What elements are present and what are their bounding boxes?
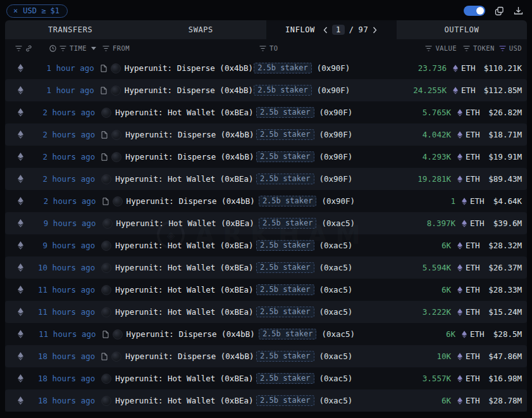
- table-row[interactable]: 1 hour ago Hyperunit: Disperse (0x4bB) 2…: [5, 57, 527, 79]
- to-entity-tag[interactable]: 2.5b staker: [256, 307, 314, 317]
- to-address[interactable]: (0x90F): [319, 152, 353, 162]
- to-entity-tag[interactable]: 2.5b staker: [256, 262, 314, 273]
- to-entity-tag[interactable]: 2.5b staker: [256, 174, 314, 184]
- table-row[interactable]: 2 hours ago Hyperunit: Hot Wallet (0xBEa…: [5, 101, 527, 124]
- tx-time[interactable]: 9 hours ago: [32, 218, 96, 228]
- table-row[interactable]: 2 hours ago Hyperunit: Disperse (0x4bB) …: [5, 124, 527, 146]
- tx-time[interactable]: 2 hours ago: [32, 196, 96, 206]
- tx-time[interactable]: 2 hours ago: [32, 152, 96, 162]
- table-row[interactable]: 11 hours ago Hyperunit: Disperse (0x4bB)…: [5, 323, 527, 345]
- from-entity[interactable]: Hyperunit: Hot Wallet (0xBEa): [115, 374, 253, 383]
- tx-time[interactable]: 10 hours ago: [32, 263, 96, 272]
- time-filter-icon[interactable]: [59, 46, 66, 51]
- prev-page-icon[interactable]: [323, 27, 328, 34]
- from-entity[interactable]: Hyperunit: Hot Wallet (0xBEa): [115, 396, 253, 405]
- col-usd[interactable]: USD: [509, 44, 522, 52]
- from-entity[interactable]: Hyperunit: Hot Wallet (0xBEa): [115, 174, 253, 184]
- tab-inflow[interactable]: INFLOW 1 / 97: [266, 20, 397, 39]
- col-from[interactable]: FROM: [113, 44, 130, 52]
- to-address[interactable]: (0x90F): [317, 63, 350, 73]
- to-address[interactable]: (0xac5): [319, 374, 353, 383]
- from-entity[interactable]: Hyperunit: Hot Wallet (0xBEa): [115, 285, 253, 294]
- from-entity[interactable]: Hyperunit: Disperse (0x4bB): [127, 329, 255, 339]
- table-row[interactable]: 18 hours ago Hyperunit: Hot Wallet (0xBE…: [5, 367, 527, 390]
- next-page-icon[interactable]: [373, 27, 377, 34]
- to-entity-tag[interactable]: 2.5b staker: [256, 129, 314, 140]
- to-address[interactable]: (0x90F): [321, 196, 355, 206]
- table-row[interactable]: 18 hours ago Hyperunit: Hot Wallet (0xBE…: [5, 390, 527, 412]
- to-entity-tag[interactable]: 2.5b staker: [259, 329, 316, 339]
- col-to[interactable]: TO: [269, 44, 278, 52]
- to-address[interactable]: (0x90F): [319, 130, 353, 139]
- table-row[interactable]: 2 hours ago Hyperunit: Disperse (0x4bB) …: [5, 190, 527, 212]
- to-entity-tag[interactable]: 2.5b staker: [256, 240, 314, 251]
- to-entity-tag[interactable]: 2.5b staker: [256, 351, 314, 362]
- to-address[interactable]: (0xac5): [319, 307, 353, 317]
- value-filter-icon[interactable]: [425, 46, 432, 51]
- tab-transfers[interactable]: TRANSFERS: [5, 20, 135, 39]
- from-filter-icon[interactable]: [102, 46, 109, 51]
- to-address[interactable]: (0x90F): [319, 174, 353, 184]
- to-entity-tag[interactable]: 2.5b staker: [259, 196, 316, 206]
- to-entity-tag[interactable]: 2.5b staker: [256, 284, 314, 295]
- to-address[interactable]: (0xac5): [319, 263, 353, 272]
- to-address[interactable]: (0xac5): [319, 241, 353, 250]
- clock-icon[interactable]: [49, 45, 56, 52]
- tx-time[interactable]: 18 hours ago: [32, 352, 96, 361]
- from-entity[interactable]: Hyperunit: Hot Wallet (0xBEa): [115, 307, 253, 317]
- to-address[interactable]: (0xac5): [321, 218, 355, 228]
- usd-filter-icon[interactable]: [499, 46, 506, 51]
- usd-toggle[interactable]: [464, 6, 485, 16]
- tab-swaps[interactable]: SWAPS: [135, 20, 266, 39]
- table-row[interactable]: 2 hours ago Hyperunit: Disperse (0x4bB) …: [5, 146, 527, 168]
- tx-time[interactable]: 2 hours ago: [32, 130, 96, 139]
- col-value[interactable]: VALUE: [435, 44, 457, 52]
- tx-time[interactable]: 9 hours ago: [32, 241, 96, 250]
- to-entity-tag[interactable]: 2.5b staker: [256, 373, 314, 384]
- from-entity[interactable]: Hyperunit: Hot Wallet (0xBEa): [116, 218, 254, 228]
- copy-icon[interactable]: [495, 6, 504, 16]
- table-row[interactable]: 18 hours ago Hyperunit: Disperse (0x4bB)…: [5, 345, 527, 367]
- to-address[interactable]: (0xac5): [319, 396, 353, 405]
- to-address[interactable]: (0x90F): [319, 108, 353, 117]
- table-row[interactable]: 10 hours ago Hyperunit: Hot Wallet (0xBE…: [5, 256, 527, 279]
- table-row[interactable]: 2 hours ago Hyperunit: Hot Wallet (0xBEa…: [5, 168, 527, 190]
- tx-time[interactable]: 18 hours ago: [32, 396, 96, 405]
- tx-time[interactable]: 11 hours ago: [32, 307, 96, 317]
- from-entity[interactable]: Hyperunit: Disperse (0x4bB): [125, 152, 254, 162]
- col-time[interactable]: TIME: [70, 44, 87, 52]
- sort-caret-icon[interactable]: [91, 47, 96, 50]
- download-icon[interactable]: [514, 6, 523, 15]
- from-entity[interactable]: Hyperunit: Disperse (0x4bB): [127, 196, 255, 206]
- to-address[interactable]: (0xac5): [319, 285, 353, 294]
- to-address[interactable]: (0x90F): [317, 86, 350, 95]
- remove-filter-icon[interactable]: ×: [13, 7, 18, 15]
- tx-time[interactable]: 11 hours ago: [32, 329, 96, 339]
- table-row[interactable]: 1 hour ago Hyperunit: Disperse (0x4bB) 2…: [5, 79, 527, 101]
- col-token[interactable]: TOKEN: [473, 44, 495, 52]
- to-entity-tag[interactable]: 2.5b staker: [254, 85, 311, 96]
- tx-time[interactable]: 18 hours ago: [32, 374, 96, 383]
- from-entity[interactable]: Hyperunit: Hot Wallet (0xBEa): [115, 241, 253, 250]
- to-address[interactable]: (0xac5): [319, 352, 353, 361]
- from-entity[interactable]: Hyperunit: Hot Wallet (0xBEa): [115, 108, 253, 117]
- to-address[interactable]: (0xac5): [321, 329, 355, 339]
- tab-outflow[interactable]: OUTFLOW: [397, 20, 527, 39]
- to-filter-icon[interactable]: [259, 46, 266, 51]
- tx-time[interactable]: 2 hours ago: [32, 108, 96, 117]
- from-entity[interactable]: Hyperunit: Hot Wallet (0xBEa): [115, 263, 253, 272]
- from-entity[interactable]: Hyperunit: Disperse (0x4bB): [125, 86, 253, 95]
- to-entity-tag[interactable]: 2.5b staker: [254, 63, 311, 73]
- to-entity-tag[interactable]: 2.5b staker: [256, 151, 314, 162]
- tx-time[interactable]: 2 hours ago: [32, 174, 96, 184]
- tx-time[interactable]: 1 hour ago: [31, 86, 94, 95]
- chain-filter-icon[interactable]: [15, 46, 22, 51]
- tx-time[interactable]: 11 hours ago: [32, 285, 96, 294]
- table-row[interactable]: 9 hours ago Hyperunit: Hot Wallet (0xBEa…: [5, 234, 527, 256]
- to-entity-tag[interactable]: 2.5b staker: [256, 107, 314, 118]
- to-entity-tag[interactable]: 2.5b staker: [259, 218, 316, 229]
- from-entity[interactable]: Hyperunit: Disperse (0x4bB): [125, 352, 254, 361]
- tx-time[interactable]: 1 hour ago: [31, 63, 94, 73]
- from-entity[interactable]: Hyperunit: Disperse (0x4bB): [125, 130, 254, 139]
- table-row[interactable]: 9 hours ago Hyperunit: Hot Wallet (0xBEa…: [5, 212, 527, 234]
